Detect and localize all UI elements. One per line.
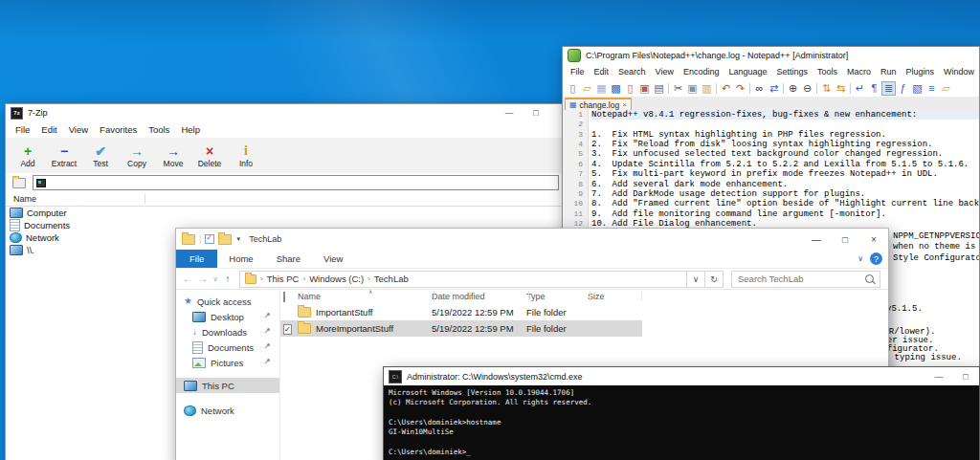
cmd-output[interactable]: Microsoft Windows [Version 10.0.19044.17… bbox=[384, 385, 979, 460]
minimize-button[interactable]: — bbox=[925, 367, 952, 385]
column-date-modified[interactable]: Date modified bbox=[432, 292, 526, 301]
menu-settings[interactable]: Settings bbox=[772, 67, 813, 77]
find-icon[interactable]: ∞ bbox=[752, 81, 767, 96]
seven-zip-titlebar[interactable]: 7z 7-Zip — □ bbox=[6, 104, 563, 121]
breadcrumb-techlab[interactable]: TechLab bbox=[374, 274, 409, 284]
recent-locations-icon[interactable]: ∨ bbox=[211, 275, 220, 283]
test-button[interactable]: ✔ Test bbox=[82, 140, 119, 172]
breadcrumb[interactable]: › This PC › Windows (C:) › TechLab bbox=[239, 271, 687, 288]
explorer-titlebar[interactable]: | ▼ TechLab — □ × bbox=[176, 229, 888, 250]
close-button[interactable]: × bbox=[859, 229, 888, 250]
maximize-button[interactable]: □ bbox=[831, 229, 859, 250]
column-type[interactable]: Type bbox=[526, 292, 588, 301]
up-button[interactable]: ↑ bbox=[220, 274, 235, 284]
doc-list-icon[interactable]: ≡ bbox=[924, 81, 939, 96]
menu-view[interactable]: View bbox=[63, 124, 94, 135]
column-name[interactable]: Name bbox=[298, 292, 432, 301]
tab-file[interactable]: File bbox=[176, 250, 217, 268]
maximize-button[interactable]: □ bbox=[952, 367, 979, 385]
menu-file[interactable]: File bbox=[10, 124, 35, 135]
cmd-titlebar[interactable]: C:\ Administrator: C:\Windows\system32\c… bbox=[384, 367, 979, 385]
qat-properties-icon[interactable] bbox=[205, 234, 214, 244]
function-list-icon[interactable]: ƒ bbox=[896, 81, 910, 96]
address-input[interactable] bbox=[49, 178, 555, 187]
show-all-chars-icon[interactable]: ¶ bbox=[867, 81, 881, 96]
search-box[interactable] bbox=[731, 271, 880, 288]
address-field[interactable] bbox=[33, 175, 559, 190]
word-wrap-icon[interactable]: ↵ bbox=[853, 81, 867, 96]
help-button[interactable]: ? bbox=[870, 252, 882, 265]
maximize-button[interactable]: □ bbox=[523, 104, 549, 121]
tab-view[interactable]: View bbox=[312, 250, 354, 268]
folder-workspace-icon[interactable]: ▱ bbox=[939, 81, 953, 96]
breadcrumb-windows-c[interactable]: Windows (C:) bbox=[309, 274, 364, 284]
sidebar-item-documents[interactable]: Documents bbox=[176, 340, 279, 355]
search-input[interactable] bbox=[738, 274, 865, 284]
address-dropdown-icon[interactable]: ∨ bbox=[687, 271, 705, 288]
forward-button[interactable]: → bbox=[195, 274, 211, 284]
copy-icon[interactable]: ▣ bbox=[685, 81, 700, 96]
menu-language[interactable]: Language bbox=[724, 67, 771, 77]
notepadpp-titlebar[interactable]: C:\Program Files\Notepad++\change.log - … bbox=[563, 47, 979, 64]
new-file-icon[interactable]: ▯ bbox=[566, 81, 580, 96]
back-button[interactable]: ← bbox=[180, 274, 195, 284]
list-item[interactable]: Computer bbox=[6, 207, 563, 219]
cut-icon[interactable]: ✂ bbox=[671, 81, 685, 96]
menu-run[interactable]: Run bbox=[876, 67, 902, 77]
tab-home[interactable]: Home bbox=[217, 250, 264, 268]
replace-icon[interactable]: ⇄ bbox=[767, 81, 781, 96]
indent-guide-icon[interactable]: ≣ bbox=[881, 81, 896, 96]
close-all-icon[interactable]: ▣ bbox=[637, 81, 652, 96]
column-name[interactable]: Name bbox=[13, 194, 36, 204]
add-button[interactable]: + Add bbox=[10, 140, 46, 172]
open-file-icon[interactable]: ▱ bbox=[580, 81, 594, 96]
delete-button[interactable]: × Delete bbox=[191, 140, 228, 172]
save-icon[interactable]: ▦ bbox=[594, 81, 609, 96]
menu-macro[interactable]: Macro bbox=[842, 67, 876, 77]
undo-icon[interactable]: ↶ bbox=[719, 81, 733, 96]
column-header[interactable]: Name bbox=[6, 192, 563, 207]
sync-horizontal-icon[interactable]: ⇆ bbox=[834, 81, 848, 96]
sidebar-item-this-pc[interactable]: This PC bbox=[176, 378, 279, 393]
zoom-out-icon[interactable]: ⊖ bbox=[800, 81, 814, 96]
copy-button[interactable]: → Copy bbox=[119, 140, 155, 172]
column-size[interactable]: Size bbox=[588, 292, 635, 301]
minimize-button[interactable]: — bbox=[802, 229, 831, 250]
info-button[interactable]: i Info bbox=[228, 140, 264, 172]
zoom-in-icon[interactable]: ⊕ bbox=[786, 81, 800, 96]
menu-edit[interactable]: Edit bbox=[35, 124, 62, 135]
select-all-checkbox[interactable] bbox=[283, 292, 285, 302]
menu-edit[interactable]: Edit bbox=[590, 67, 614, 77]
tab-changelog[interactable]: ▦ change.log × bbox=[565, 98, 632, 110]
menu-help[interactable]: Help bbox=[175, 124, 206, 135]
refresh-icon[interactable]: ↻ bbox=[705, 271, 724, 288]
paste-icon[interactable]: ▥ bbox=[700, 81, 714, 96]
sidebar-item-network[interactable]: Network bbox=[176, 403, 279, 418]
menu-window[interactable]: Window bbox=[939, 67, 979, 77]
close-tab-icon[interactable]: × bbox=[622, 100, 627, 109]
up-one-level-button[interactable] bbox=[10, 176, 29, 190]
menu-encoding[interactable]: Encoding bbox=[679, 67, 724, 77]
doc-map-icon[interactable]: ▧ bbox=[910, 81, 924, 96]
file-row[interactable]: ImportantStuff 5/19/2022 12:59 PM File f… bbox=[280, 304, 642, 320]
tab-share[interactable]: Share bbox=[265, 250, 312, 268]
sidebar-item-downloads[interactable]: ↓ Downloads bbox=[176, 324, 279, 340]
sidebar-item-pictures[interactable]: Pictures bbox=[176, 355, 279, 370]
sync-vertical-icon[interactable]: ⇅ bbox=[819, 81, 834, 96]
sidebar-item-desktop[interactable]: Desktop bbox=[176, 309, 279, 324]
qat-new-folder-icon[interactable] bbox=[218, 234, 232, 245]
menu-favorites[interactable]: Favorites bbox=[94, 124, 143, 135]
menu-plugins[interactable]: Plugins bbox=[902, 67, 940, 77]
menu-tools[interactable]: Tools bbox=[813, 67, 842, 77]
minimize-button[interactable]: — bbox=[496, 104, 523, 121]
row-checkbox-checked[interactable]: ✓ bbox=[283, 324, 292, 335]
save-all-icon[interactable]: ▩ bbox=[609, 81, 623, 96]
extract-button[interactable]: − Extract bbox=[46, 140, 82, 172]
move-button[interactable]: → Move bbox=[155, 140, 191, 172]
menu-tools[interactable]: Tools bbox=[143, 124, 175, 135]
menu-file[interactable]: File bbox=[566, 67, 590, 77]
menu-search[interactable]: Search bbox=[613, 67, 651, 77]
ribbon-collapse-icon[interactable]: ∨ bbox=[858, 250, 863, 268]
redo-icon[interactable]: ↷ bbox=[733, 81, 747, 96]
close-icon[interactable]: ▯ bbox=[623, 81, 637, 96]
